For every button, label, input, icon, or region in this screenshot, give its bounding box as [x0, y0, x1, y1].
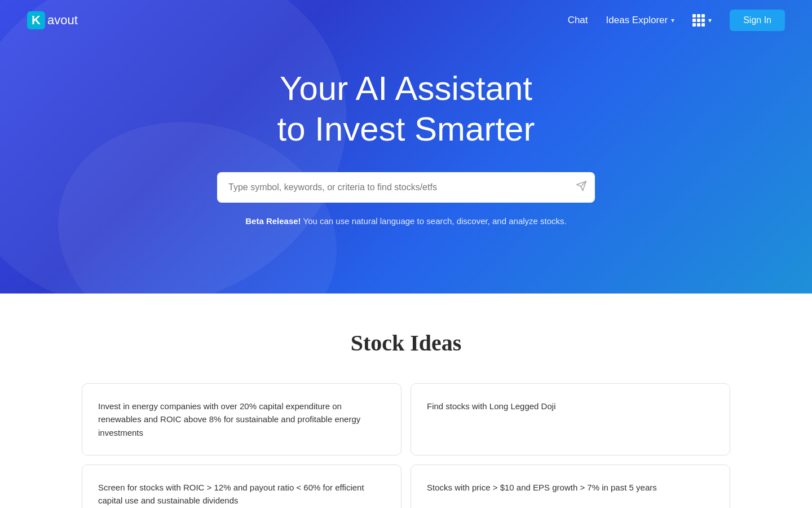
nav-grid-menu[interactable]: ▾	[692, 14, 712, 27]
grid-chevron-icon: ▾	[708, 16, 712, 24]
header: K avout Chat Ideas Explorer ▾ ▾ Sign In	[0, 0, 812, 41]
logo[interactable]: K avout	[27, 11, 78, 29]
idea-card[interactable]: Invest in energy companies with over 20%…	[82, 383, 401, 456]
idea-card[interactable]: Find stocks with Long Legged Doji	[411, 383, 730, 456]
sign-in-button[interactable]: Sign In	[730, 10, 785, 31]
nav-ideas-explorer[interactable]: Ideas Explorer ▾	[606, 15, 675, 26]
logo-k-badge: K	[27, 11, 45, 29]
nav-chat[interactable]: Chat	[568, 15, 588, 26]
logo-name: avout	[47, 13, 78, 28]
ideas-cards-grid: Invest in energy companies with over 20%…	[82, 383, 730, 508]
idea-card[interactable]: Stocks with price > $10 and EPS growth >…	[411, 465, 730, 508]
stock-ideas-title: Stock Ideas	[27, 330, 785, 356]
search-bar	[217, 172, 595, 203]
beta-release-text: Beta Release! You can use natural langua…	[245, 216, 567, 226]
ideas-explorer-chevron-icon: ▾	[671, 16, 674, 24]
hero-title: Your AI Assistant to Invest Smarter	[277, 68, 535, 150]
send-icon	[576, 180, 587, 191]
hero-section: Your AI Assistant to Invest Smarter Beta…	[0, 0, 812, 294]
search-submit-button[interactable]	[576, 180, 587, 194]
idea-card[interactable]: Screen for stocks with ROIC > 12% and pa…	[82, 465, 401, 508]
stock-ideas-section: Stock Ideas Invest in energy companies w…	[0, 294, 812, 508]
search-input[interactable]	[217, 172, 595, 203]
main-nav: Chat Ideas Explorer ▾ ▾ Sign In	[568, 10, 785, 31]
grid-icon	[692, 14, 705, 27]
